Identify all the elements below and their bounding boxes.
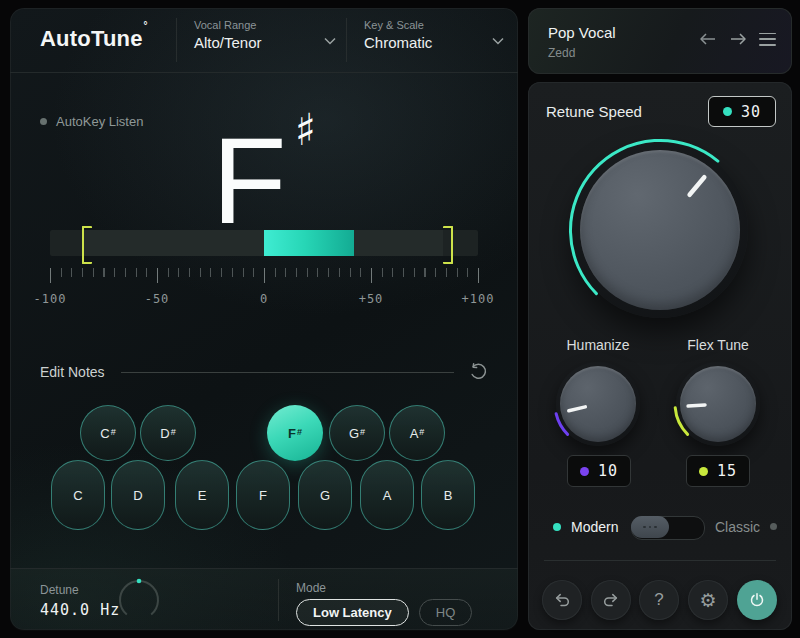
scale-label: +50 xyxy=(359,292,384,306)
classic-inactive-dot xyxy=(770,523,777,530)
redo-icon xyxy=(602,592,620,608)
next-preset-icon[interactable] xyxy=(729,32,747,46)
detune-label: Detune xyxy=(40,583,79,597)
sharp-sign: ♯ xyxy=(295,104,316,155)
undo-button[interactable] xyxy=(542,580,582,620)
humanize-label: Humanize xyxy=(566,337,629,353)
meter-scale-labels: -100 -50 0 +50 +100 xyxy=(50,292,478,306)
edit-notes-label: Edit Notes xyxy=(40,364,105,380)
main-panel: AutoTune° Vocal Range Alto/Tenor Key & S… xyxy=(10,8,518,630)
utility-button-row: ? ⚙ xyxy=(528,580,792,622)
humanize-value: 10 xyxy=(598,462,618,480)
meter-right-bracket[interactable] xyxy=(443,226,453,264)
edit-notes-divider xyxy=(121,372,454,373)
preset-menu-icon[interactable] xyxy=(759,33,776,46)
meter-range-zone xyxy=(82,230,443,256)
preset-name: Pop Vocal xyxy=(548,24,616,41)
note-key-f-sharp-selected[interactable]: F# xyxy=(267,405,323,461)
retune-speed-dot xyxy=(723,107,732,116)
detune-knob[interactable] xyxy=(116,577,162,623)
pitch-meter xyxy=(50,230,478,256)
key-scale-dropdown[interactable]: Key & Scale Chromatic xyxy=(364,19,504,51)
knob-arc-and-pointer xyxy=(552,358,644,450)
vocal-range-value: Alto/Tenor xyxy=(194,34,336,51)
vocal-range-dropdown[interactable]: Vocal Range Alto/Tenor xyxy=(194,19,336,51)
note-key-d[interactable]: D xyxy=(111,460,165,530)
power-button[interactable] xyxy=(737,580,777,620)
note-key-g[interactable]: G xyxy=(298,460,352,530)
note-key-d-sharp[interactable]: D# xyxy=(140,405,196,461)
key-scale-label: Key & Scale xyxy=(364,19,504,31)
note-key-g-sharp[interactable]: G# xyxy=(329,405,385,461)
app-logo: AutoTune° xyxy=(40,26,147,52)
mode-label: Mode xyxy=(296,581,326,595)
humanize-knob[interactable] xyxy=(552,358,644,450)
humanize-dot xyxy=(580,467,589,476)
header-divider xyxy=(176,18,177,62)
modern-active-dot xyxy=(553,523,561,531)
scale-label: 0 xyxy=(260,292,268,306)
scale-label: +100 xyxy=(462,292,495,306)
vocal-range-label: Vocal Range xyxy=(194,19,336,31)
classic-label[interactable]: Classic xyxy=(715,519,760,535)
header-bar: AutoTune° Vocal Range Alto/Tenor Key & S… xyxy=(10,8,518,73)
note-key-a[interactable]: A xyxy=(360,460,414,530)
controls-panel: Retune Speed 30 Humanize Flex Tune xyxy=(528,82,792,630)
major-tick xyxy=(478,268,479,283)
left-footer-bar: Detune 440.0 Hz Mode Low Latency HQ xyxy=(10,568,518,631)
gear-icon: ⚙ xyxy=(699,591,716,610)
preset-author: Zedd xyxy=(548,46,575,60)
autotune-plugin-window: AutoTune° Vocal Range Alto/Tenor Key & S… xyxy=(0,0,800,638)
note-key-c[interactable]: C xyxy=(51,460,105,530)
note-key-f[interactable]: F xyxy=(236,460,290,530)
retune-speed-value-box[interactable]: 30 xyxy=(708,96,776,127)
note-key-c-sharp[interactable]: C# xyxy=(80,405,136,461)
retune-speed-value: 30 xyxy=(741,103,761,121)
undo-icon xyxy=(553,592,571,608)
preset-browser[interactable]: Pop Vocal Zedd xyxy=(528,8,792,74)
scale-label: -50 xyxy=(145,292,170,306)
reset-notes-icon[interactable] xyxy=(468,362,488,382)
modern-label[interactable]: Modern xyxy=(571,519,618,535)
toggle-thumb[interactable] xyxy=(631,516,669,538)
algorithm-toggle-row: Modern Classic xyxy=(528,515,792,539)
redo-button[interactable] xyxy=(591,580,631,620)
help-icon: ? xyxy=(654,590,663,610)
note-key-b[interactable]: B xyxy=(421,460,475,530)
meter-ruler xyxy=(50,268,478,283)
chevron-down-icon xyxy=(324,37,336,45)
retune-speed-knob[interactable] xyxy=(562,132,758,328)
mode-low-latency-button[interactable]: Low Latency xyxy=(296,599,409,626)
panel-divider xyxy=(544,560,776,561)
scale-label: -100 xyxy=(34,292,67,306)
flex-tune-label: Flex Tune xyxy=(687,337,748,353)
knob-arc-and-pointer xyxy=(562,132,758,328)
power-icon xyxy=(748,591,766,609)
retune-speed-label: Retune Speed xyxy=(546,103,642,120)
footer-divider xyxy=(278,579,279,621)
note-key-e[interactable]: E xyxy=(175,460,229,530)
mode-hq-button[interactable]: HQ xyxy=(419,599,473,626)
humanize-value-box[interactable]: 10 xyxy=(567,455,631,487)
meter-left-bracket[interactable] xyxy=(82,226,92,264)
detune-value[interactable]: 440.0 Hz xyxy=(40,601,120,619)
help-button[interactable]: ? xyxy=(639,580,679,620)
detected-note-display: F♯ xyxy=(10,104,518,242)
chevron-down-icon xyxy=(492,37,504,45)
settings-button[interactable]: ⚙ xyxy=(688,580,728,620)
major-tick xyxy=(157,268,158,283)
note-letter: F xyxy=(212,113,289,249)
flex-tune-knob[interactable] xyxy=(672,358,764,450)
key-scale-value: Chromatic xyxy=(364,34,504,51)
flex-tune-value: 15 xyxy=(717,462,737,480)
modern-classic-toggle[interactable] xyxy=(631,516,705,540)
pitch-meter-fill xyxy=(264,230,354,256)
flex-tune-dot xyxy=(699,467,708,476)
previous-preset-icon[interactable] xyxy=(699,32,717,46)
major-tick xyxy=(371,268,372,283)
knob-arc-and-pointer xyxy=(672,358,764,450)
flex-tune-value-box[interactable]: 15 xyxy=(686,455,750,487)
note-key-a-sharp[interactable]: A# xyxy=(389,405,445,461)
major-tick xyxy=(50,268,51,283)
major-tick xyxy=(264,268,265,283)
